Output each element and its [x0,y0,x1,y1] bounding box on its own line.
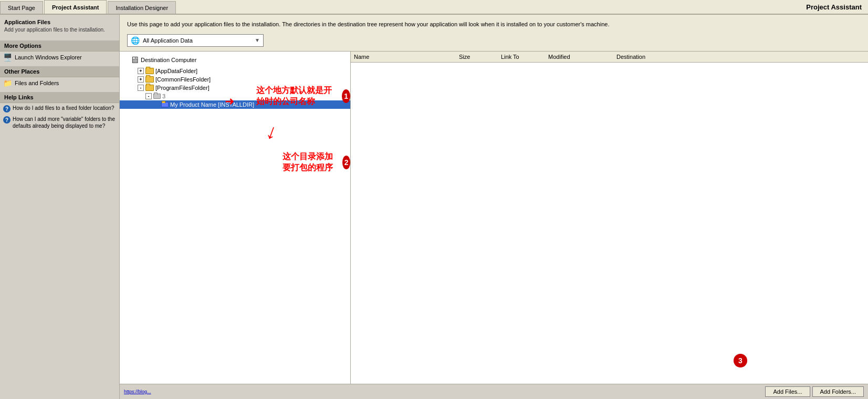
launch-windows-explorer-link[interactable]: 🖥️ Launch Windows Explorer [0,52,119,63]
tab-bar: Start Page Project Assistant Installatio… [0,0,868,15]
sidebar-app-files-title: Application Files [4,19,115,25]
tree-item-programfilesfolder[interactable]: - [ProgramFilesFolder] [120,84,350,92]
tab-project-assistant[interactable]: Project Assistant [44,0,107,14]
dropdown-arrow-icon: ▼ [255,37,260,43]
file-panel-header: Name Size Link To Modified Destination [351,52,868,63]
annotation-circle-3: 3 [734,354,747,367]
launch-windows-explorer-label: Launch Windows Explorer [15,54,82,60]
sidebar-app-files: Application Files Add your application f… [0,15,119,37]
col-header-size: Size [456,53,498,60]
file-panel: Name Size Link To Modified Destination [351,52,868,384]
split-panel: 🖥 Destination Computer + [AppDataFolder]… [120,51,868,384]
folder-icon-commonfilesfolder [145,76,154,83]
help-link-2-text: How can I add more "variable" folders to… [13,116,116,129]
folder-icon-installdir [161,102,169,107]
tree-root[interactable]: 🖥 Destination Computer [120,54,350,67]
tree-label-programfilesfolder: [ProgramFilesFolder] [155,85,210,91]
content-description: Use this page to add your application fi… [120,15,868,32]
computer-icon: 🖥 [130,55,139,66]
tree-item-installdir[interactable]: My Product Name [INSTALLDIR] [120,100,350,109]
bottom-link[interactable]: https://blog... [124,389,151,394]
tab-start-page[interactable]: Start Page [0,1,43,14]
sidebar: Application Files Add your application f… [0,15,120,399]
col-header-name: Name [351,53,456,60]
tree-item-company[interactable]: - 3 [120,92,350,100]
folder-icon-sidebar: 📁 [3,79,12,87]
add-files-button[interactable]: Add Files... [765,386,810,397]
sidebar-other-places: Other Places 📁 Files and Folders [0,66,119,89]
help-icon-2: ? [3,116,11,124]
annotation-circle-2: 2 [342,156,350,169]
top-right-label: Project Assistant [806,3,868,11]
tree-root-label: Destination Computer [141,57,196,63]
tree-item-appdatafolder[interactable]: + [AppDataFolder] [120,67,350,75]
dropdown-icon: 🌐 [131,36,140,45]
dropdown-row: 🌐 All Application Data ▼ [120,32,868,51]
bottom-bar: 3 https://blog... Add Files... Add Folde… [120,384,868,399]
app-data-dropdown[interactable]: 🌐 All Application Data ▼ [127,34,264,47]
folder-icon-appdatafolder [145,68,154,74]
add-folders-button[interactable]: Add Folders... [812,386,864,397]
explorer-icon: 🖥️ [3,53,12,62]
tree-label-commonfilesfolder: [CommonFilesFolder] [155,76,211,83]
expand-appdatafolder[interactable]: + [138,68,144,74]
help-link-2[interactable]: ? How can I add more "variable" folders … [0,114,119,131]
tree-item-commonfilesfolder[interactable]: + [CommonFilesFolder] [120,75,350,84]
folder-icon-programfilesfolder [145,85,154,91]
col-header-modified: Modified [545,53,613,60]
content-area: Use this page to add your application fi… [120,15,868,399]
tree-panel[interactable]: 🖥 Destination Computer + [AppDataFolder]… [120,52,351,384]
tree-label-appdatafolder: [AppDataFolder] [155,68,197,74]
tree-label-company: 3 [162,93,165,99]
sidebar-more-options: More Options 🖥️ Launch Windows Explorer [0,40,119,63]
col-header-linkto: Link To [498,53,545,60]
sidebar-other-places-header: Other Places [0,66,119,77]
sidebar-help-links: Help Links ? How do I add files to a fix… [0,92,119,131]
arrow-down-2: ↓ [263,118,281,144]
help-link-1-text: How do I add files to a fixed folder loc… [13,105,114,111]
expand-commonfilesfolder[interactable]: + [138,76,144,83]
annotation-2-container: 这个目录添加要打包的程序 2 [283,151,350,173]
tree-label-installdir: My Product Name [INSTALLDIR] [170,101,254,108]
files-and-folders-link[interactable]: 📁 Files and Folders [0,77,119,89]
sidebar-app-files-desc: Add your application files to the instal… [4,26,115,33]
tab-installation-designer[interactable]: Installation Designer [108,1,176,14]
help-link-1[interactable]: ? How do I add files to a fixed folder l… [0,103,119,114]
expand-programfilesfolder[interactable]: - [138,85,144,91]
col-header-destination: Destination [613,53,868,60]
files-and-folders-label: Files and Folders [15,80,59,86]
annotation-2-text: 这个目录添加要打包的程序 [283,151,339,173]
help-icon-1: ? [3,105,11,112]
dropdown-value: All Application Data [143,37,193,44]
main-layout: Application Files Add your application f… [0,15,868,399]
sidebar-help-links-header: Help Links [0,92,119,103]
folder-icon-company [153,94,161,99]
sidebar-more-options-header: More Options [0,40,119,52]
expand-company[interactable]: - [145,93,152,99]
